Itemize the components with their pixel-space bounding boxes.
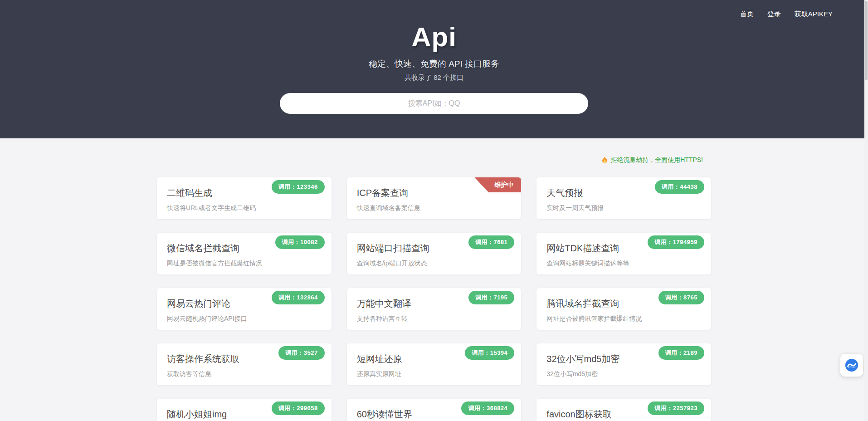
https-notice-text: 拒绝流量劫持，全面使用HTTPS! — [610, 156, 703, 164]
call-count-badge: 调用：2257923 — [648, 401, 704, 415]
api-card[interactable]: 微信域名拦截查询 网址是否被微信官方拦截爆红情况 调用：10082 — [157, 233, 332, 274]
hero-header: 首页 登录 获取APIKEY Api 稳定、快速、免费的 API 接口服务 共收… — [0, 0, 868, 138]
api-card[interactable]: 32位小写md5加密 32位小写md5加密 调用：2189 — [536, 343, 711, 385]
api-card[interactable]: 网易云热门评论 网易云随机热门评论API接口 调用：132864 — [157, 288, 332, 330]
api-card-description: 实时及一周天气预报 — [546, 204, 701, 212]
call-count-badge: 调用：2189 — [658, 346, 704, 360]
scrollbar-thumb[interactable] — [865, 1, 868, 80]
nav-home-link[interactable]: 首页 — [740, 10, 754, 19]
api-count-line: 共收录了 82 个接口 — [0, 73, 868, 82]
api-grid: 二维码生成 快速将URL或者文字生成二维码 调用：123346 ICP备案查询 … — [157, 177, 711, 421]
api-card[interactable]: 短网址还原 还原真实原网址 调用：15394 — [347, 343, 522, 385]
call-count-badge: 调用：10082 — [275, 235, 325, 249]
call-count-badge: 调用：3527 — [278, 346, 324, 360]
nav-get-apikey-link[interactable]: 获取APIKEY — [795, 10, 833, 19]
call-count-badge: 调用：132864 — [272, 291, 325, 304]
api-card-description: 还原真实原网址 — [357, 370, 512, 378]
api-card-description: 支持各种语言互转 — [357, 315, 512, 323]
api-card[interactable]: 万能中文翻译 支持各种语言互转 调用：7195 — [347, 288, 522, 330]
api-card-description: 32位小写md5加密 — [546, 370, 701, 378]
nav-login-link[interactable]: 登录 — [767, 10, 781, 19]
site-title: Api — [0, 0, 868, 51]
call-count-badge: 调用：1794959 — [648, 235, 704, 249]
scrollbar-track[interactable] — [864, 0, 868, 421]
api-card-description: 查询网站标题关键词描述等等 — [546, 259, 701, 268]
api-card[interactable]: 天气预报 实时及一周天气预报 调用：44438 — [536, 177, 711, 219]
call-count-badge: 调用：368824 — [461, 401, 514, 415]
https-notice: 拒绝流量劫持，全面使用HTTPS! — [157, 138, 711, 164]
api-card[interactable]: 访客操作系统获取 获取访客等信息 调用：3527 — [157, 343, 332, 385]
api-card[interactable]: ICP备案查询 快速查询域名备案信息 维护中 — [347, 177, 522, 219]
call-count-badge: 调用：299658 — [272, 401, 325, 415]
api-card[interactable]: 随机小姐姐img 调用：299658 — [157, 399, 332, 421]
top-nav: 首页 登录 获取APIKEY — [740, 10, 833, 19]
call-count-badge: 调用：8765 — [658, 291, 704, 304]
analytics-logo-icon — [844, 358, 859, 372]
api-card-description: 网址是否被微信官方拦截爆红情况 — [167, 259, 322, 268]
api-card-description: 快速将URL或者文字生成二维码 — [167, 204, 322, 212]
api-card-description: 获取访客等信息 — [167, 370, 322, 378]
search-input[interactable] — [280, 93, 588, 114]
api-card[interactable]: favicon图标获取 调用：2257923 — [536, 399, 711, 421]
call-count-badge: 调用：7681 — [468, 235, 514, 249]
call-count-badge: 调用：44438 — [655, 180, 704, 194]
api-card-description: 快速查询域名备案信息 — [357, 204, 512, 212]
api-card[interactable]: 网站端口扫描查询 查询域名/ip端口开放状态 调用：7681 — [347, 233, 522, 274]
api-card[interactable]: 腾讯域名拦截查询 网址是否被腾讯管家拦截爆红情况 调用：8765 — [536, 288, 711, 330]
call-count-badge: 调用：7195 — [468, 291, 514, 304]
api-card[interactable]: 网站TDK描述查询 查询网站标题关键词描述等等 调用：1794959 — [536, 233, 711, 274]
main-content: 拒绝流量劫持，全面使用HTTPS! 二维码生成 快速将URL或者文字生成二维码 … — [0, 138, 868, 421]
flame-icon — [602, 157, 608, 164]
api-card[interactable]: 二维码生成 快速将URL或者文字生成二维码 调用：123346 — [157, 177, 332, 219]
call-count-badge: 调用：15394 — [465, 346, 514, 360]
call-count-badge: 调用：123346 — [272, 180, 325, 194]
api-card[interactable]: 60秒读懂世界 调用：368824 — [347, 399, 522, 421]
api-card-description: 网址是否被腾讯管家拦截爆红情况 — [546, 315, 701, 323]
api-card-description: 查询域名/ip端口开放状态 — [357, 259, 512, 268]
stats-float-button[interactable] — [840, 354, 863, 377]
api-card-description: 网易云随机热门评论API接口 — [167, 315, 322, 323]
site-subtitle: 稳定、快速、免费的 API 接口服务 — [0, 58, 868, 70]
